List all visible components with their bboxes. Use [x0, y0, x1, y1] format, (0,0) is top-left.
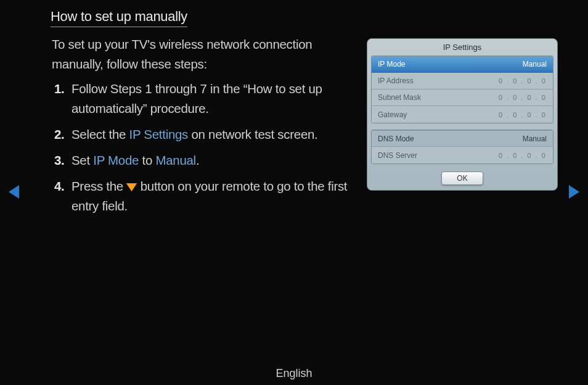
step-3-b: to	[139, 153, 155, 167]
step-2-post: on network test screen.	[188, 127, 317, 141]
step-2-pre: Select the	[71, 127, 129, 141]
nav-next-icon[interactable]	[569, 185, 579, 199]
row-dns-mode[interactable]: DNS Mode Manual	[372, 130, 553, 147]
ip-mode-label: IP Mode	[378, 60, 405, 68]
step-4-num: 4.	[54, 176, 71, 216]
step-4: 4. Press the button on your remote to go…	[54, 176, 356, 216]
steps-list: 1. Follow Steps 1 through 7 in the “How …	[54, 79, 356, 222]
subnet-mask-label: Subnet Mask	[378, 93, 421, 102]
step-3-hl2: Manual	[155, 153, 195, 167]
ip-settings-panel: IP Settings IP Mode Manual IP Address 0 …	[367, 38, 558, 191]
down-arrow-icon	[126, 183, 137, 191]
dns-mode-value: Manual	[523, 135, 547, 143]
step-1-text: Follow Steps 1 through 7 in the “How to …	[71, 79, 356, 118]
ip-mode-value: Manual	[523, 60, 547, 68]
step-3: 3. Set IP Mode to Manual.	[54, 151, 356, 170]
dns-server-label: DNS Server	[378, 151, 417, 160]
step-2-num: 2.	[54, 125, 71, 144]
step-4-text: Press the button on your remote to go to…	[71, 176, 356, 216]
step-3-num: 3.	[54, 151, 71, 170]
ip-address-label: IP Address	[378, 77, 414, 85]
row-dns-server[interactable]: DNS Server 0 . 0 . 0 . 0	[372, 147, 553, 164]
row-gateway[interactable]: Gateway 0 . 0 . 0 . 0	[372, 106, 553, 123]
intro-text: To set up your TV's wireless network con…	[52, 35, 354, 74]
page-title: How to set up manually	[51, 9, 187, 27]
gateway-label: Gateway	[378, 110, 407, 119]
row-ip-mode[interactable]: IP Mode Manual	[372, 56, 553, 73]
row-ip-address[interactable]: IP Address 0 . 0 . 0 . 0	[372, 73, 553, 89]
step-3-hl1: IP Mode	[93, 153, 139, 167]
footer-language: English	[0, 367, 588, 380]
gateway-value: 0 . 0 . 0 . 0	[499, 111, 547, 118]
step-4-pre: Press the	[71, 179, 126, 193]
step-2-text: Select the IP Settings on network test s…	[71, 125, 356, 144]
step-2-highlight: IP Settings	[129, 127, 188, 141]
step-3-c: .	[196, 153, 199, 167]
step-3-a: Set	[71, 153, 93, 167]
dns-mode-label: DNS Mode	[378, 135, 414, 143]
ip-rows-group: IP Mode Manual IP Address 0 . 0 . 0 . 0 …	[371, 56, 553, 123]
ip-address-value: 0 . 0 . 0 . 0	[499, 77, 547, 85]
step-3-text: Set IP Mode to Manual.	[71, 151, 356, 170]
subnet-mask-value: 0 . 0 . 0 . 0	[499, 94, 547, 101]
dns-server-value: 0 . 0 . 0 . 0	[499, 152, 547, 159]
dns-rows-group: DNS Mode Manual DNS Server 0 . 0 . 0 . 0	[371, 130, 553, 164]
nav-prev-icon[interactable]	[9, 185, 19, 199]
panel-title: IP Settings	[371, 39, 553, 56]
step-1: 1. Follow Steps 1 through 7 in the “How …	[54, 79, 356, 118]
ok-button[interactable]: OK	[441, 172, 483, 185]
row-subnet-mask[interactable]: Subnet Mask 0 . 0 . 0 . 0	[372, 89, 553, 106]
svg-marker-0	[126, 183, 137, 191]
step-1-num: 1.	[54, 79, 71, 118]
step-2: 2. Select the IP Settings on network tes…	[54, 125, 356, 144]
